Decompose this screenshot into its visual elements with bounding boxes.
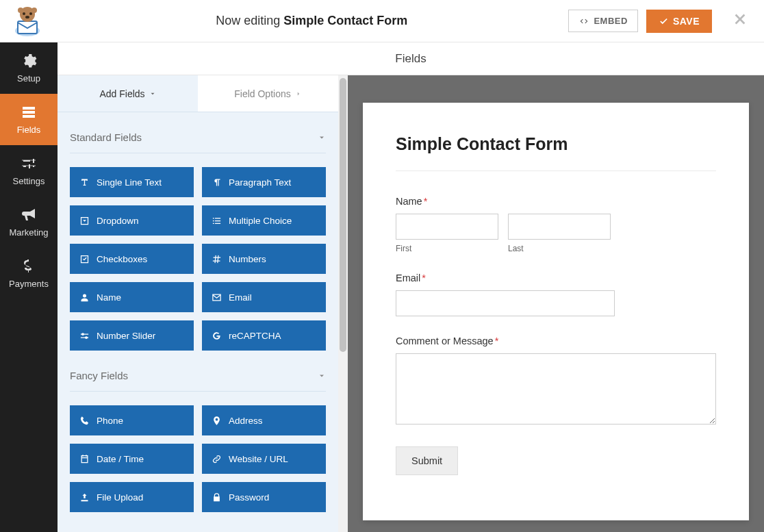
lock-icon [212,492,222,503]
gear-icon [21,53,37,69]
sidebar-item-fields[interactable]: Fields [0,94,58,145]
chevron-right-icon [295,90,302,97]
name-label: Name* [396,196,716,207]
link-icon [212,454,222,464]
close-button[interactable] [730,12,750,31]
sidebar-item-label: Fields [17,125,41,135]
sidebar-item-label: Setup [17,73,40,84]
field-type-label: Website / URL [229,454,288,464]
field-type-button[interactable]: Dropdown [70,205,194,236]
email-label: Email* [396,273,716,283]
svg-point-5 [23,12,25,15]
text-icon [79,177,90,188]
field-type-label: Paragraph Text [229,177,291,188]
checkmark-icon [659,16,669,26]
comment-label: Comment or Message* [396,335,716,346]
chevron-down-icon [318,372,326,380]
field-type-label: Numbers [229,254,266,264]
field-type-button[interactable]: Single Line Text [70,167,194,197]
sidebar-item-label: Marketing [9,227,48,238]
sidebar-item-marketing[interactable]: Marketing [0,197,58,248]
field-type-label: Multiple Choice [229,216,292,226]
slider-icon [79,331,90,341]
last-name-input[interactable] [508,214,611,240]
sliders-icon [21,155,37,172]
field-type-label: Date / Time [97,454,144,464]
list-icon [212,216,222,226]
svg-point-7 [25,16,29,18]
check-icon [79,254,90,264]
field-email[interactable]: Email* [396,273,716,316]
field-type-button[interactable]: File Upload [70,482,194,512]
field-type-label: Address [229,416,263,426]
field-type-button[interactable]: Paragraph Text [202,167,326,197]
phone-icon [79,416,90,426]
email-input[interactable] [396,290,615,316]
last-sublabel: Last [508,244,611,253]
field-type-label: Checkboxes [97,254,147,264]
panel-heading: Fields [58,42,764,75]
field-type-button[interactable]: Address [202,405,326,435]
field-type-label: Phone [97,416,123,426]
scrollbar-thumb[interactable] [340,78,346,352]
fields-icon [21,104,37,121]
pin-icon [212,416,222,426]
app-logo [7,5,48,38]
submit-button[interactable]: Submit [396,446,458,475]
field-type-label: Password [229,492,269,503]
chevron-down-icon [149,90,156,97]
chevron-down-icon [318,134,326,142]
sidebar-item-label: Payments [9,279,49,289]
envelope-icon [212,292,222,303]
header-title: Now editing Simple Contact Form [55,14,568,28]
field-type-button[interactable]: Phone [70,405,194,435]
sidebar-item-settings[interactable]: Settings [0,145,58,197]
tab-field-options[interactable]: Field Options [198,75,338,112]
hash-icon [212,254,222,264]
field-type-label: Number Slider [97,331,155,341]
field-type-label: Single Line Text [97,177,162,188]
embed-button[interactable]: EMBED [568,10,637,32]
code-icon [578,16,589,26]
save-button[interactable]: SAVE [646,10,712,33]
field-type-button[interactable]: Date / Time [70,444,194,474]
field-type-button[interactable]: Multiple Choice [202,205,326,236]
sidebar-item-payments[interactable]: Payments [0,248,58,299]
panel-scrollbar[interactable] [338,75,348,532]
first-name-input[interactable] [396,214,498,240]
close-icon [733,12,748,27]
bullhorn-icon [21,207,37,223]
left-nav: Setup Fields Settings Marketing Payments [0,42,58,532]
svg-point-9 [31,8,37,13]
upload-icon [79,492,90,503]
field-type-label: File Upload [97,492,143,503]
field-type-button[interactable]: Name [70,282,194,312]
google-icon [212,331,222,341]
field-type-label: Name [97,292,121,303]
sidebar-item-setup[interactable]: Setup [0,42,58,94]
field-type-button[interactable]: Email [202,282,326,312]
form-title: Simple Contact Form [396,134,716,171]
section-header[interactable]: Fancy Fields [70,370,326,392]
app-header: Now editing Simple Contact Form EMBED SA… [0,0,764,42]
field-type-button[interactable]: reCAPTCHA [202,320,326,351]
first-sublabel: First [396,244,498,253]
field-type-button[interactable]: Checkboxes [70,244,194,274]
calendar-icon [79,454,90,464]
svg-point-8 [18,8,23,13]
svg-point-6 [29,12,32,15]
section-title: Fancy Fields [70,370,128,381]
sidebar-item-label: Settings [13,176,45,186]
section-header[interactable]: Standard Fields [70,131,326,153]
field-type-button[interactable]: Password [202,482,326,512]
field-type-label: Dropdown [97,216,139,226]
dropdown-icon [79,216,90,226]
field-type-button[interactable]: Website / URL [202,444,326,474]
comment-textarea[interactable] [396,353,716,425]
field-name[interactable]: Name* First Last [396,196,716,253]
field-type-button[interactable]: Numbers [202,244,326,274]
field-type-label: reCAPTCHA [229,331,281,341]
field-comment[interactable]: Comment or Message* [396,335,716,427]
tab-add-fields[interactable]: Add Fields [58,75,198,112]
field-type-button[interactable]: Number Slider [70,320,194,351]
